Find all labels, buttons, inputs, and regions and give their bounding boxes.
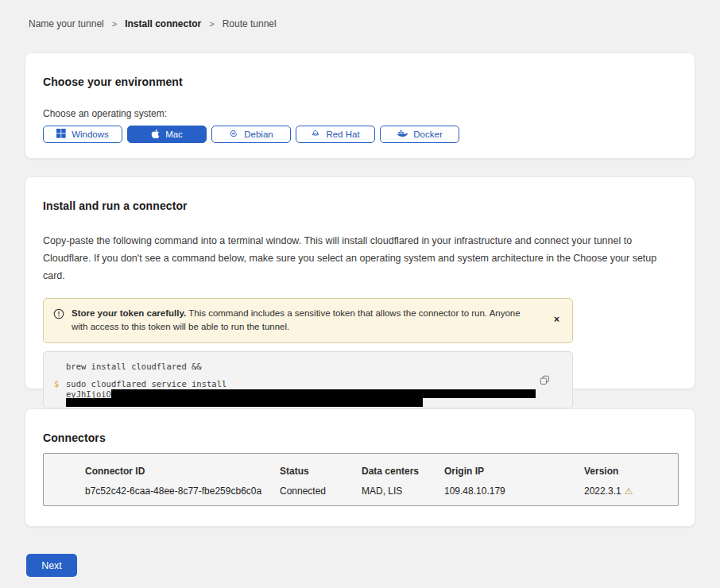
token-warning-banner: Store your token carefully. This command…	[43, 298, 573, 344]
close-icon[interactable]: ×	[552, 311, 561, 327]
column-header-data-centers: Data centers	[362, 466, 444, 477]
connectors-title: Connectors	[43, 431, 677, 444]
connectors-table: Connector ID Status Data centers Origin …	[43, 453, 679, 506]
os-button-label: Docker	[413, 130, 442, 139]
redacted-token-bar	[111, 389, 536, 398]
connectors-card: Connectors Connector ID Status Data cent…	[25, 408, 695, 527]
data-centers-value: MAD, LIS	[362, 485, 444, 497]
os-button-windows[interactable]: Windows	[43, 126, 122, 143]
column-header-status: Status	[280, 466, 362, 477]
breadcrumb-install-connector[interactable]: Install connector	[125, 18, 201, 29]
install-connector-card: Install and run a connector Copy-paste t…	[25, 176, 695, 389]
breadcrumb-route-tunnel[interactable]: Route tunnel	[223, 18, 277, 29]
os-button-label: Debian	[244, 130, 273, 139]
token-warning-title: Store your token carefully.	[72, 308, 186, 318]
column-header-version: Version	[584, 466, 662, 477]
redhat-icon	[311, 129, 320, 140]
os-button-label: Red Hat	[326, 130, 359, 139]
warning-triangle-icon: ⚠	[625, 486, 633, 496]
origin-ip-value: 109.48.10.179	[444, 485, 584, 497]
code-text: brew install cloudflared &&	[66, 362, 572, 371]
token-warning-text: Store your token carefully. This command…	[72, 307, 545, 335]
column-header-connector-id: Connector ID	[85, 466, 280, 477]
breadcrumb-separator: >	[209, 19, 214, 29]
code-text: sudo cloudflared service install eyJhIjo…	[66, 379, 572, 407]
debian-icon	[229, 129, 238, 140]
breadcrumb: Name your tunnel > Install connector > R…	[0, 0, 720, 29]
version-value: 2022.3.1 ⚠	[584, 485, 662, 497]
code-line-sudo: $ sudo cloudflared service install eyJhI…	[54, 379, 572, 407]
version-text: 2022.3.1	[584, 485, 621, 497]
install-connector-description: Copy-paste the following command into a …	[43, 233, 671, 285]
os-button-group: Windows Mac Debian	[43, 126, 671, 143]
connector-id-value: b7c52c42-6caa-48ee-8c77-fbe259cb6c0a	[85, 485, 280, 497]
os-button-debian[interactable]: Debian	[211, 126, 291, 143]
code-line-brew: brew install cloudflared &&	[54, 362, 572, 371]
token-prefix-text: eyJhIjoiO	[66, 389, 111, 399]
column-header-origin-ip: Origin IP	[444, 466, 584, 477]
docker-icon	[397, 129, 408, 140]
install-command-codeblock: brew install cloudflared && $ sudo cloud…	[43, 351, 573, 408]
breadcrumb-name-your-tunnel[interactable]: Name your tunnel	[29, 18, 104, 29]
apple-icon	[151, 129, 160, 141]
alert-circle-icon	[53, 308, 64, 324]
os-button-label: Mac	[165, 130, 183, 139]
token-line: eyJhIjoiO	[66, 389, 572, 398]
windows-icon	[56, 129, 66, 140]
install-connector-title: Install and run a connector	[43, 199, 671, 212]
prompt-spacer	[54, 362, 66, 371]
os-button-docker[interactable]: Docker	[380, 126, 459, 143]
next-button[interactable]: Next	[26, 554, 77, 577]
choose-environment-card: Choose your environment Choose an operat…	[25, 52, 695, 159]
shell-prompt: $	[54, 379, 66, 407]
choose-environment-title: Choose your environment	[43, 75, 671, 88]
os-select-label: Choose an operating system:	[43, 108, 671, 119]
copy-icon[interactable]	[538, 373, 552, 389]
breadcrumb-separator: >	[112, 19, 117, 29]
status-badge: Connected	[280, 485, 362, 497]
sudo-command-text: sudo cloudflared service install	[66, 379, 226, 389]
os-button-mac[interactable]: Mac	[127, 126, 207, 143]
tunnel-setup-page: Name your tunnel > Install connector > R…	[0, 0, 720, 588]
os-button-redhat[interactable]: Red Hat	[296, 126, 375, 143]
os-button-label: Windows	[72, 130, 109, 139]
redacted-token-bar	[66, 398, 423, 407]
